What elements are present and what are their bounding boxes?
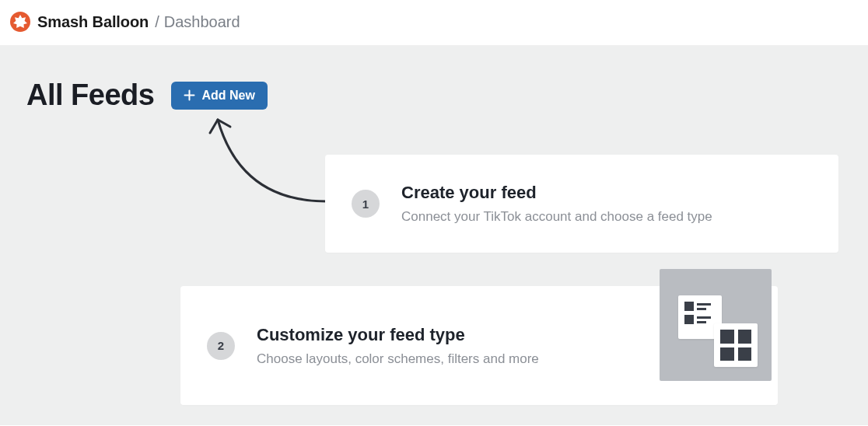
step-number: 1 bbox=[352, 190, 380, 218]
content-area: All Feeds Add New 1 Create your feed Con… bbox=[0, 46, 868, 425]
plus-icon bbox=[184, 89, 195, 101]
step-title: Create your feed bbox=[401, 183, 812, 203]
add-new-button[interactable]: Add New bbox=[171, 82, 267, 110]
layout-illustration bbox=[660, 269, 772, 381]
brand-logo-icon bbox=[9, 11, 31, 33]
arrow-icon bbox=[202, 100, 334, 209]
step-card-2: 2 Customize your feed type Choose layout… bbox=[180, 286, 778, 405]
step-card-1: 1 Create your feed Connect your TikTok a… bbox=[325, 155, 838, 253]
layout-grid-icon bbox=[714, 323, 758, 367]
brand-name: Smash Balloon bbox=[37, 13, 149, 31]
breadcrumb-separator: / bbox=[155, 13, 159, 31]
top-bar: Smash Balloon / Dashboard bbox=[0, 0, 868, 46]
step-number: 2 bbox=[207, 332, 235, 360]
add-new-label: Add New bbox=[201, 89, 254, 103]
step-text: Create your feed Connect your TikTok acc… bbox=[401, 183, 812, 225]
page-title: All Feeds bbox=[26, 79, 154, 112]
breadcrumb-page: Dashboard bbox=[164, 13, 240, 31]
step-description: Connect your TikTok account and choose a… bbox=[401, 209, 812, 225]
heading-row: All Feeds Add New bbox=[26, 79, 842, 112]
